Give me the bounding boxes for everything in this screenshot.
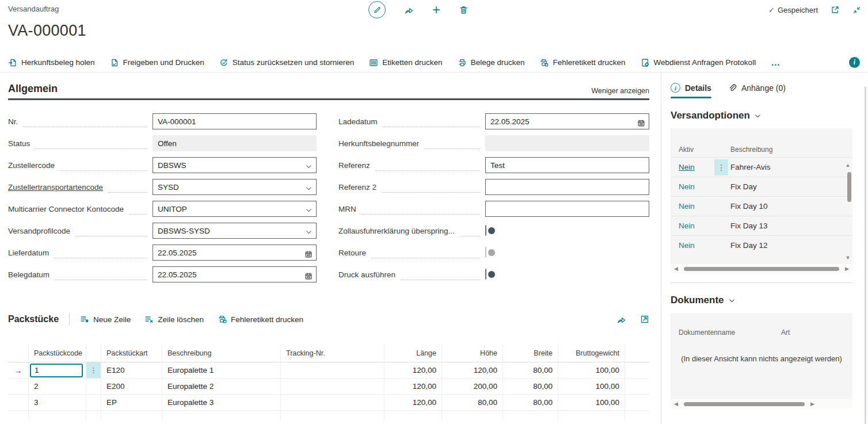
col-tracking[interactable]: Tracking-Nr. bbox=[281, 344, 384, 362]
delete-button[interactable] bbox=[459, 5, 469, 15]
info-button[interactable]: i bbox=[849, 57, 860, 68]
dokumente-header-row: Dokumentenname Art bbox=[671, 326, 852, 339]
col-beschreibung[interactable]: Beschreibung bbox=[730, 146, 847, 154]
col-beschreibung[interactable]: Beschreibung bbox=[162, 344, 281, 362]
col-packstueckcode[interactable]: Packstückcode bbox=[29, 344, 86, 362]
chevron-down-icon[interactable] bbox=[305, 161, 313, 171]
open-in-new-window-button[interactable] bbox=[831, 5, 840, 14]
aktiv-link[interactable]: Nein bbox=[679, 221, 714, 230]
saved-status: ✓ Gespeichert bbox=[768, 6, 818, 14]
aktiv-link[interactable]: Nein bbox=[679, 163, 714, 171]
horizontal-scroll-thumb[interactable] bbox=[684, 267, 839, 271]
window-scrollbar[interactable] bbox=[865, 86, 866, 424]
show-less-link[interactable]: Weniger anzeigen bbox=[591, 87, 649, 95]
versandoption-row[interactable]: Nein Fix Day 13 bbox=[671, 216, 852, 235]
col-laenge[interactable]: Länge bbox=[384, 344, 442, 362]
referenz-input[interactable] bbox=[485, 157, 649, 173]
chevron-down-icon[interactable] bbox=[305, 205, 313, 215]
field-referenz: Referenz bbox=[338, 154, 649, 176]
vertical-scroll-thumb[interactable] bbox=[847, 172, 851, 202]
action-neue-zeile[interactable]: Neue Zeile bbox=[80, 315, 131, 324]
action-status-zuruecksetzen[interactable]: Status zurücksetzen und stornieren bbox=[219, 58, 355, 67]
action-webdienst-protokoll[interactable]: Webdienst Anfragen Protokoll bbox=[641, 58, 756, 67]
calendar-icon[interactable] bbox=[304, 249, 313, 259]
versandprofilcode-select[interactable] bbox=[153, 223, 317, 239]
multicarrier-kontocode-select[interactable] bbox=[153, 201, 317, 217]
action-zeile-loeschen[interactable]: Zeile löschen bbox=[144, 315, 204, 324]
chevron-down-icon[interactable] bbox=[305, 183, 313, 193]
table-row[interactable]: → ⋮ E120 Europalette 1 120,00 120,00 80,… bbox=[8, 362, 649, 379]
aktiv-link[interactable]: Nein bbox=[679, 182, 714, 191]
belegdatum-input[interactable] bbox=[153, 266, 317, 282]
table-row-empty[interactable] bbox=[8, 411, 649, 421]
scroll-left-icon[interactable]: ◀ bbox=[674, 266, 678, 272]
dokumente-table: Dokumentenname Art (In dieser Ansicht ka… bbox=[671, 313, 852, 408]
packstueckcode-cell-input[interactable] bbox=[30, 364, 83, 377]
dokumente-header[interactable]: Dokumente bbox=[671, 295, 852, 306]
tab-anhaenge[interactable]: Anhänge (0) bbox=[728, 83, 786, 98]
chevron-down-icon[interactable] bbox=[305, 227, 313, 237]
scroll-right-icon[interactable]: ▶ bbox=[810, 402, 814, 407]
action-fehleretikett-drucken-zeile[interactable]: Fehleretikett drucken bbox=[218, 315, 303, 324]
expand-list-button[interactable] bbox=[640, 315, 649, 324]
versandoption-row[interactable]: Nein Fix Day 12 bbox=[671, 235, 852, 255]
edit-button[interactable] bbox=[368, 1, 386, 18]
versandoption-row[interactable]: Nein Fix Day 10 bbox=[671, 196, 852, 216]
action-freigeben-und-drucken[interactable]: Freigeben und Drucken bbox=[110, 58, 204, 67]
scroll-up-icon[interactable]: ▲ bbox=[846, 163, 851, 168]
scroll-left-icon[interactable]: ◀ bbox=[674, 402, 678, 407]
pane-divider bbox=[671, 282, 852, 283]
action-fehleretikett-drucken[interactable]: Fehleretikett drucken bbox=[539, 58, 625, 67]
row-menu-button[interactable]: ⋮ bbox=[714, 159, 728, 175]
versandoption-row[interactable]: Nein Fix Day bbox=[671, 177, 852, 196]
calendar-icon[interactable] bbox=[637, 117, 645, 128]
allgemein-title: Allgemein bbox=[8, 83, 58, 95]
zollausfuhrerklaerung-toggle[interactable] bbox=[485, 225, 486, 236]
info-icon: i bbox=[671, 83, 680, 93]
breadcrumb[interactable]: Versandauftrag bbox=[8, 5, 59, 13]
col-hoehe[interactable]: Höhe bbox=[442, 344, 503, 362]
check-icon: ✓ bbox=[768, 6, 775, 14]
col-art[interactable]: Art bbox=[781, 328, 844, 337]
col-packstueckart[interactable]: Packstückart bbox=[101, 344, 162, 362]
horizontal-scrollbar[interactable]: ◀ ▶ bbox=[671, 264, 852, 273]
share-list-button[interactable] bbox=[616, 315, 626, 324]
aktiv-link[interactable]: Nein bbox=[679, 241, 714, 250]
more-actions-button[interactable]: … bbox=[771, 58, 781, 68]
zustellertransportartencode-select[interactable] bbox=[153, 179, 317, 195]
aktiv-link[interactable]: Nein bbox=[679, 202, 714, 211]
collapse-button[interactable] bbox=[852, 6, 861, 14]
action-herkunftsbeleg-holen[interactable]: Herkunftsbeleg holen bbox=[8, 58, 95, 67]
window-controls: ✓ Gespeichert bbox=[768, 0, 861, 20]
share-button[interactable] bbox=[404, 5, 414, 15]
lieferdatum-input[interactable] bbox=[153, 245, 317, 261]
col-bruttogewicht[interactable]: Bruttogewicht bbox=[558, 344, 625, 362]
new-record-button[interactable]: + bbox=[432, 3, 440, 17]
versandoption-row[interactable]: Nein ⋮ Fahrer-Avis bbox=[671, 157, 852, 177]
tab-details[interactable]: i Details bbox=[671, 83, 711, 98]
referenz2-input[interactable] bbox=[485, 179, 649, 195]
horizontal-scrollbar[interactable]: ◀ ▶ bbox=[671, 399, 852, 408]
horizontal-scroll-thumb[interactable] bbox=[684, 402, 805, 406]
scroll-right-icon[interactable]: ▶ bbox=[845, 266, 849, 272]
action-etiketten-drucken[interactable]: Etiketten drucken bbox=[369, 58, 442, 67]
nr-input[interactable] bbox=[153, 113, 317, 129]
row-menu-button[interactable]: ⋮ bbox=[86, 362, 101, 378]
scroll-down-icon[interactable]: ▼ bbox=[846, 255, 851, 261]
versandoptionen-header[interactable]: Versandoptionen bbox=[671, 110, 852, 121]
table-row[interactable]: 3 EP Europalette 3 120,00 80,00 80,00 10… bbox=[8, 395, 649, 411]
col-breite[interactable]: Breite bbox=[503, 344, 558, 362]
druck-ausfuehren-toggle[interactable] bbox=[485, 269, 486, 280]
form-left-column: Nr. Status Zustellercode Zustellertransp… bbox=[8, 110, 317, 285]
zustellercode-select[interactable] bbox=[153, 157, 317, 173]
action-belege-drucken[interactable]: Belege drucken bbox=[458, 58, 525, 67]
new-line-icon bbox=[80, 315, 89, 324]
table-row[interactable]: 2 E200 Europalette 2 120,00 200,00 80,00… bbox=[8, 379, 649, 395]
col-dokumentenname[interactable]: Dokumentenname bbox=[679, 328, 781, 337]
versandoptionen-table: Aktiv Beschreibung Nein ⋮ Fahrer-Avis Ne… bbox=[671, 128, 852, 264]
share-icon bbox=[404, 5, 414, 15]
col-aktiv[interactable]: Aktiv bbox=[679, 146, 714, 154]
ladedatum-input[interactable] bbox=[485, 113, 649, 129]
mrn-input[interactable] bbox=[485, 201, 649, 217]
calendar-icon[interactable] bbox=[304, 270, 313, 281]
